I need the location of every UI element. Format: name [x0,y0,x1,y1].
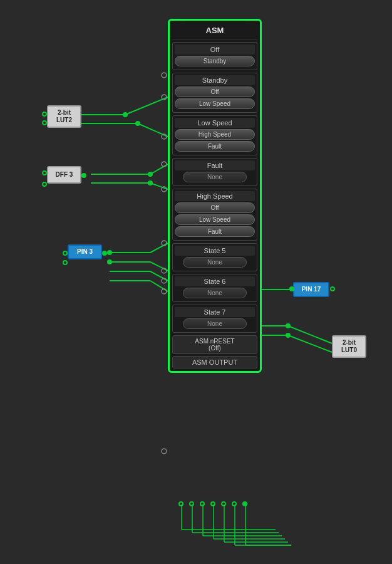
state-btn-highspeed-1[interactable]: High Speed [175,129,255,140]
main-canvas: 2-bit LUT2 DFF 3 PIN 3 PIN 17 2-bit LUT0… [0,0,392,564]
state-section-highspeed: High Speed Off Low Speed Fault [172,189,257,241]
state-section-fault: Fault None [172,158,257,186]
svg-line-9 [150,243,168,253]
svg-point-53 [286,333,291,338]
output-dot-2 [189,501,194,506]
svg-point-40 [162,187,167,192]
svg-point-36 [162,73,167,78]
state-header-state6: State 6 [175,276,255,286]
svg-point-43 [162,278,167,283]
svg-point-48 [148,172,153,177]
asm-nreset: ASM nRESET(Off) [172,335,257,354]
output-dot-3 [200,501,205,506]
state-section-state7: State 7 None [172,305,257,333]
svg-point-41 [162,241,167,246]
pin3-output-dot [102,251,107,256]
pin3-input-dot-1 [63,251,68,256]
dff3-input-dot-1 [42,170,47,175]
output-dot-4 [210,501,215,506]
svg-line-3 [138,123,168,137]
state-header-standby: Standby [175,75,255,85]
pin17-label: PIN 17 [302,286,321,293]
lut0-label: 2-bit LUT0 [341,339,357,353]
svg-line-1 [125,97,168,115]
svg-point-52 [286,323,291,328]
dff3-component[interactable]: DFF 3 [47,166,81,184]
lut2-component[interactable]: 2-bit LUT2 [47,105,81,128]
state-btn-off-1[interactable]: Off [175,86,255,97]
state-header-lowspeed: Low Speed [175,118,255,128]
asm-output: ASM OUTPUT [172,356,257,368]
pin17-input-dot [289,286,294,291]
state-section-lowspeed: Low Speed High Speed Fault [172,115,257,155]
state-btn-none-7[interactable]: None [183,318,247,329]
svg-point-46 [123,112,128,117]
svg-point-44 [162,289,167,294]
asm-block: ASM Off Standby Standby Off Low Speed Lo… [168,19,262,373]
pin17-component[interactable]: PIN 17 [293,282,329,297]
svg-line-5 [150,164,168,174]
pin3-input-dot-2 [63,260,68,265]
svg-point-47 [135,121,140,126]
svg-line-7 [150,183,168,189]
state-btn-none-fault[interactable]: None [183,172,247,182]
output-dot-5 [221,501,226,506]
state-btn-lowspeed-1[interactable]: Low Speed [175,98,255,109]
state-btn-off-2[interactable]: Off [175,202,255,213]
pin3-component[interactable]: PIN 3 [68,244,102,259]
asm-footer: ASM nRESET(Off) ASM OUTPUT [172,335,257,368]
state-section-state5: State 5 None [172,243,257,271]
dff3-input-dot-2 [42,182,47,187]
output-dot-1 [178,501,183,506]
state-header-off: Off [175,44,255,55]
state-btn-none-6[interactable]: None [183,288,247,298]
state-header-highspeed: High Speed [175,191,255,201]
state-btn-fault-2[interactable]: Fault [175,226,255,237]
svg-line-21 [288,335,332,352]
svg-line-13 [150,271,168,281]
svg-point-51 [107,259,112,264]
state-section-state6: State 6 None [172,274,257,302]
svg-point-37 [162,95,167,100]
state-section-off: Off Standby [172,42,257,70]
state-header-fault: Fault [175,160,255,170]
svg-point-50 [107,250,112,255]
svg-line-19 [288,326,332,343]
output-dot-7 [242,501,247,506]
state-btn-standby-1[interactable]: Standby [175,56,255,66]
dff3-label: DFF 3 [56,171,73,179]
lut0-component[interactable]: 2-bit LUT0 [332,335,366,358]
lut2-input-dot-1 [42,112,47,117]
lut2-label: 2-bit LUT2 [56,109,72,123]
asm-title: ASM [172,23,257,39]
svg-point-38 [162,134,167,139]
state-header-state7: State 7 [175,307,255,317]
output-dot-6 [232,501,237,506]
svg-point-39 [162,162,167,167]
svg-point-49 [148,180,153,185]
state-btn-none-5[interactable]: None [183,257,247,268]
pin3-label: PIN 3 [77,248,93,256]
svg-point-45 [162,449,167,454]
svg-line-15 [150,281,168,291]
svg-line-11 [150,262,168,271]
pin17-output-dot [330,286,335,291]
state-section-standby: Standby Off Low Speed [172,73,257,113]
state-btn-fault-1[interactable]: Fault [175,141,255,152]
state-header-state5: State 5 [175,246,255,256]
dff3-output-dot-1 [81,173,86,178]
svg-point-42 [162,268,167,273]
state-btn-lowspeed-2[interactable]: Low Speed [175,214,255,225]
lut2-input-dot-2 [42,120,47,125]
